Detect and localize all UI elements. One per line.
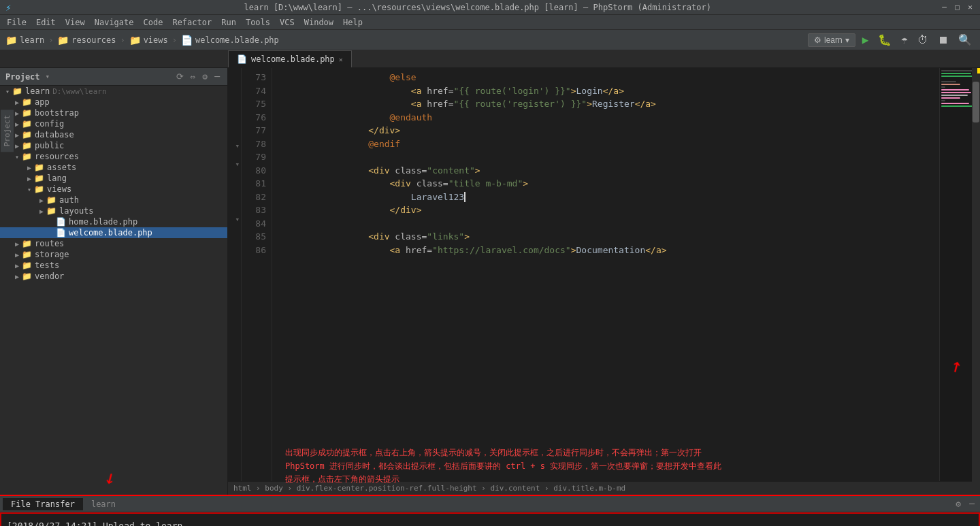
expand-arrow-icon: ▶ — [12, 240, 22, 248]
menu-vcs[interactable]: VCS — [276, 16, 299, 29]
file-transfer-content: [2018/9/27 14:21] Upload to learn [2018/… — [0, 512, 980, 526]
panel-settings-icon[interactable]: ⚙ — [953, 497, 964, 510]
breadcrumb-file[interactable]: 📄 welcome.blade.php — [181, 35, 279, 46]
tree-item-bootstrap[interactable]: ▶ 📁 bootstrap — [0, 108, 227, 118]
close-button[interactable]: ✕ — [966, 3, 975, 12]
folder-icon-resources: 📁 — [22, 152, 32, 161]
run-button[interactable]: ▶ — [860, 32, 872, 48]
tree-item-tests[interactable]: ▶ 📁 tests — [0, 260, 227, 271]
expand-arrow-icon: ▶ — [24, 164, 34, 171]
panel-tab-learn[interactable]: learn — [83, 498, 124, 510]
tree-item-vendor-label: vendor — [35, 272, 64, 281]
tree-item-config[interactable]: ▶ 📁 config — [0, 118, 227, 129]
fold-arrow-81[interactable]: ▾ — [235, 160, 240, 169]
tree-item-layouts[interactable]: ▶ 📁 layouts — [0, 206, 227, 216]
tree-item-app[interactable]: ▶ 📁 app — [0, 97, 227, 108]
menu-run[interactable]: Run — [217, 16, 240, 29]
menu-tools[interactable]: Tools — [242, 16, 274, 29]
menu-file[interactable]: File — [3, 16, 31, 29]
project-side-tab[interactable]: Project — [0, 109, 14, 152]
menu-edit[interactable]: Edit — [32, 16, 60, 29]
tree-item-lang-label: lang — [47, 174, 67, 183]
menu-help[interactable]: Help — [339, 16, 367, 29]
maximize-button[interactable]: □ — [953, 3, 962, 12]
editor-tab-welcome[interactable]: 📄 welcome.blade.php ✕ — [228, 50, 352, 67]
folder-icon-2: 📁 — [57, 35, 69, 46]
folder-icon-routes: 📁 — [22, 239, 32, 248]
tree-item-routes[interactable]: ▶ 📁 routes — [0, 238, 227, 249]
folder-icon-3: 📁 — [129, 35, 141, 46]
fold-arrow-80[interactable]: ▾ — [235, 142, 240, 150]
tree-item-auth[interactable]: ▶ 📁 auth — [0, 195, 227, 206]
tree-item-home-label: home.blade.php — [69, 217, 137, 227]
folder-icon-lang: 📁 — [34, 174, 44, 183]
tree-item-welcome-blade[interactable]: 📄 welcome.blade.php — [0, 227, 227, 238]
breadcrumb-learn[interactable]: 📁 learn — [5, 35, 44, 46]
tree-item-home-blade[interactable]: 📄 home.blade.php — [0, 216, 227, 227]
breadcrumb-resources-label: resources — [71, 35, 116, 45]
sync-icon[interactable]: ⟳ — [174, 71, 186, 82]
settings-icon[interactable]: ⚙ — [200, 71, 210, 82]
collapse-all-icon[interactable]: ⇔ — [189, 71, 198, 82]
tree-item-vendor[interactable]: ▶ 📁 vendor — [0, 271, 227, 282]
breadcrumb-resources[interactable]: 📁 resources — [57, 35, 116, 46]
breadcrumb-views[interactable]: 📁 views — [129, 35, 168, 46]
editor-gutter: ▾ ▾ ▾ — [228, 68, 242, 481]
code-container[interactable]: ▾ ▾ ▾ 73 74 75 76 77 78 79 80 81 82 83 8… — [228, 68, 980, 481]
search-everywhere-button[interactable]: 🔍 — [956, 32, 975, 48]
tree-item-storage[interactable]: ▶ 📁 storage — [0, 249, 227, 260]
menu-view[interactable]: View — [61, 16, 89, 29]
expand-arrow-icon: ▶ — [37, 197, 46, 204]
tree-item-lang[interactable]: ▶ 📁 lang — [0, 173, 227, 184]
run-config-button[interactable]: ⚙ learn ▾ — [808, 33, 855, 47]
scrollbar-thumb[interactable] — [973, 82, 979, 122]
file-icon-home: 📄 — [56, 217, 66, 227]
code-editor[interactable]: @else <a href="{{ route('login') }}">Log… — [272, 68, 939, 481]
profile-button[interactable]: ⏱ — [915, 32, 931, 48]
expand-arrow-icon: ▶ — [12, 262, 22, 269]
folder-icon: 📁 — [5, 35, 17, 46]
folder-icon-layouts: 📁 — [46, 206, 56, 216]
tree-item-assets-label: assets — [47, 163, 76, 172]
menu-code[interactable]: Code — [140, 16, 167, 29]
expand-arrow-icon: ▾ — [24, 186, 34, 193]
breadcrumb-learn-label: learn — [20, 35, 44, 45]
expand-arrow-icon: ▶ — [12, 99, 22, 106]
tab-close-icon[interactable]: ✕ — [339, 56, 343, 63]
minimize-button[interactable]: ─ — [940, 3, 949, 12]
sidebar: Project ▾ ⟳ ⇔ ⚙ ─ ▾ 📁 learn D:\www\learn — [0, 68, 228, 495]
folder-icon-tests: 📁 — [22, 261, 32, 270]
folder-icon-public: 📁 — [22, 141, 32, 150]
debug-button[interactable]: 🐛 — [875, 32, 894, 48]
menu-refactor[interactable]: Refactor — [168, 16, 216, 29]
tree-item-resources[interactable]: ▾ 📁 resources — [0, 151, 227, 162]
menu-window[interactable]: Window — [300, 16, 338, 29]
menu-navigate[interactable]: Navigate — [91, 16, 138, 29]
tree-item-assets[interactable]: ▶ 📁 assets — [0, 162, 227, 173]
vertical-scrollbar[interactable] — [972, 68, 980, 481]
fold-arrow-85[interactable]: ▾ — [235, 215, 240, 224]
tree-item-database[interactable]: ▶ 📁 database — [0, 129, 227, 140]
tree-root-learn[interactable]: ▾ 📁 learn D:\www\learn — [0, 86, 227, 97]
coverage-button[interactable]: ☂ — [898, 32, 911, 48]
line-numbers: 73 74 75 76 77 78 79 80 81 82 83 84 85 8… — [242, 68, 272, 481]
tree-item-public[interactable]: ▶ 📁 public — [0, 140, 227, 151]
panel-tab-file-transfer[interactable]: File Transfer — [3, 498, 83, 510]
folder-icon-vendor: 📁 — [22, 272, 32, 281]
tree-item-resources-label: resources — [35, 152, 79, 161]
dropdown-arrow-icon[interactable]: ▾ — [46, 72, 50, 81]
expand-arrow-icon: ▶ — [12, 251, 22, 259]
expand-arrow-icon: ▾ — [12, 153, 22, 161]
expand-arrow-icon: ▶ — [37, 208, 46, 215]
log-line-1: [2018/9/27 14:21] Upload to learn — [7, 519, 973, 526]
file-transfer-tab-label: File Transfer — [11, 499, 75, 509]
toolbar-right: ⚙ learn ▾ ▶ 🐛 ☂ ⏱ ⏹ 🔍 — [808, 32, 975, 48]
window-controls: ─ □ ✕ — [940, 3, 975, 12]
window-title: learn [D:\www\learn] – ...\resources\vie… — [15, 3, 940, 12]
tree-item-app-label: app — [35, 97, 50, 107]
minimize-panel-icon[interactable]: ─ — [212, 71, 222, 82]
tree-item-views[interactable]: ▾ 📁 views — [0, 184, 227, 195]
expand-arrow-icon: ▶ — [12, 273, 22, 280]
panel-minimize-icon[interactable]: ─ — [966, 497, 977, 510]
stop-button[interactable]: ⏹ — [935, 32, 951, 48]
